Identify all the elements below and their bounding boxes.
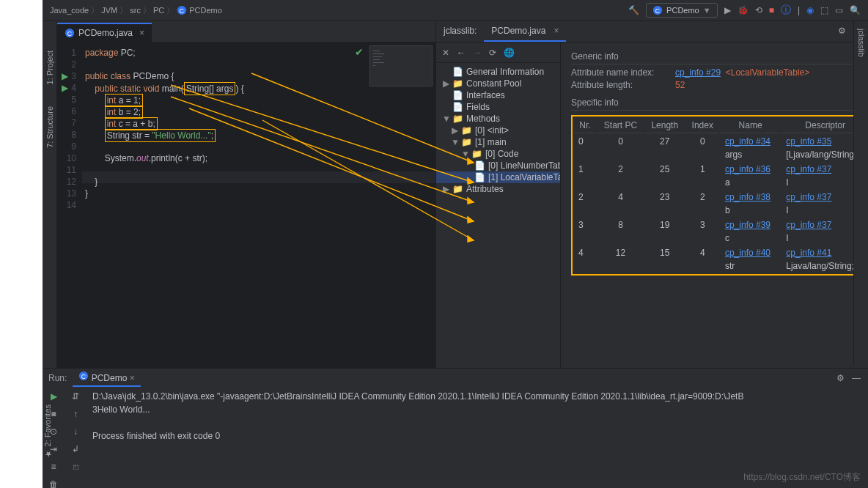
jclass-nav: ✕ ← → ⟳ 🌐 📄General Information ▶📁Constan… (436, 42, 561, 368)
table-row[interactable]: 12251cp_info #36cp_info #37 (574, 163, 868, 176)
close-icon[interactable]: × (553, 26, 559, 36)
table-row[interactable]: 38193cp_info #39cp_info #37 (574, 218, 868, 232)
minimap[interactable]: ▬▬▬▬▬▬▬▬▬▬▬▬▬▬▬▬▬▬▬▬▬ (369, 45, 433, 86)
crumb[interactable]: PC (153, 6, 164, 15)
wrap-icon[interactable]: ↲ (72, 444, 79, 454)
table-row: strLjava/lang/String; (574, 261, 868, 273)
code-area[interactable]: package PC; public class PCDemo { public… (82, 42, 435, 368)
stop-button[interactable]: ■ (769, 5, 774, 15)
layout-icon[interactable]: ▭ (835, 5, 843, 15)
svg-text:C: C (67, 30, 72, 37)
forward-icon[interactable]: → (473, 48, 482, 58)
gear-icon[interactable]: ⚙ (836, 373, 845, 383)
down-icon[interactable]: ↓ (73, 426, 78, 437)
run-label: Run: (48, 373, 67, 383)
minimize-icon[interactable]: — (852, 373, 861, 383)
class-icon: C (177, 5, 187, 15)
favorites-strip: ★ 2: Favorites (43, 404, 57, 459)
trash-icon[interactable]: 🗑 (49, 479, 58, 488)
table-row[interactable]: 00270cp_info #34cp_info #35 (574, 135, 868, 148)
cp-link[interactable]: cp_info #29 (675, 67, 721, 78)
crumb[interactable]: PCDemo (189, 6, 222, 15)
run-button[interactable]: ▶ (724, 5, 731, 15)
crumb[interactable]: src (130, 6, 141, 15)
right-tool-strip: jclasslib (853, 21, 868, 366)
crumb[interactable]: Java_code (50, 6, 89, 15)
jclasslib-pane: jclasslib: PCDemo.java× ⚙ — ✕ ← → ⟳ 🌐 (435, 21, 868, 368)
back-icon[interactable]: ← (457, 48, 466, 58)
jclass-detail: Generic info Attribute name index:cp_inf… (561, 42, 868, 368)
favorites-tool-tab[interactable]: ★ 2: Favorites (43, 404, 52, 459)
tree-node-lvt[interactable]: 📄[1] LocalVariableTable (436, 171, 560, 183)
generic-info-header: Generic info (571, 51, 868, 64)
jclass-tab-lib[interactable]: jclasslib: (436, 21, 484, 42)
run-tab[interactable]: C PCDemo × (73, 369, 140, 387)
coverage-button[interactable]: ⟲ (755, 5, 762, 15)
class-icon: C (652, 5, 663, 15)
table-header: Nr.Start PCLengthIndexNameDescriptor (574, 118, 868, 133)
crumb[interactable]: JVM (101, 6, 117, 15)
run-config-name: PCDemo (666, 6, 699, 15)
ide-window: Java_code〉 JVM〉 src〉 PC〉 C PCDemo 🔨 C PC… (43, 0, 868, 488)
close-icon[interactable]: × (139, 28, 144, 38)
jclasslib-tool-tab[interactable]: jclasslib (857, 29, 866, 57)
scroll-icon[interactable]: ⏍ (73, 462, 78, 472)
table-row: cI (574, 233, 868, 245)
class-icon: C (65, 28, 75, 38)
search-icon[interactable]: 🔍 (850, 5, 861, 15)
highlight-str: String str = "Hello World..."; (105, 129, 216, 142)
table-row: bI (574, 205, 868, 217)
specific-info-header: Specific info (571, 97, 868, 111)
run-tool-window: Run: C PCDemo × ⚙— ▶ ■ ⊙ ⇥ ≡ 🗑 ⇵ ↑ ↓ ↲ ⏍… (43, 368, 868, 488)
jclass-nav-toolbar: ✕ ← → ⟳ 🌐 (436, 42, 560, 63)
jclass-tabs: jclasslib: PCDemo.java× ⚙ — (436, 21, 868, 42)
table-row: args[Ljava/lang/String; (574, 149, 868, 161)
run-config-select[interactable]: C PCDemo ▼ (646, 3, 718, 18)
up-icon[interactable]: ↑ (73, 409, 78, 419)
info-icon[interactable]: ⓘ (781, 4, 791, 17)
local-variable-table: Nr.Start PCLengthIndexNameDescriptor 002… (571, 115, 868, 276)
jclass-tab-file[interactable]: PCDemo.java× (484, 21, 566, 42)
run-side-toolbar2: ⇵ ↑ ↓ ↲ ⏍ (65, 387, 87, 488)
top-bar: Java_code〉 JVM〉 src〉 PC〉 C PCDemo 🔨 C PC… (43, 0, 868, 21)
gutter: 1234 5678 9101112 1314 (57, 42, 82, 368)
sep: | (798, 5, 800, 15)
more-icon[interactable]: ≡ (51, 462, 56, 472)
table-row[interactable]: 412154cp_info #40cp_info #41 (574, 246, 868, 259)
debug-button[interactable]: 🐞 (738, 5, 749, 15)
up-down-icon[interactable]: ⇵ (72, 391, 79, 402)
svg-text:C: C (655, 7, 660, 15)
left-tool-strip: 1: Project 7: Structure (43, 21, 57, 368)
refresh-icon[interactable]: ⟳ (489, 48, 496, 58)
globe-icon[interactable]: 🌐 (504, 48, 515, 58)
table-row: aI (574, 177, 868, 189)
watermark: https://blog.csdn.net/CTO博客 (743, 471, 861, 484)
structure-tool-tab[interactable]: 7: Structure (45, 106, 54, 148)
editor-tabs: C PCDemo.java × (57, 21, 435, 42)
editor-tab[interactable]: C PCDemo.java × (57, 23, 152, 42)
tab-label: PCDemo.java (78, 28, 133, 38)
gear-icon[interactable]: ⚙ (838, 26, 846, 36)
editor-body[interactable]: 1234 5678 9101112 1314 package PC; publi… (57, 42, 435, 368)
editor-pane: C PCDemo.java × 1234 5678 9101112 1314 p… (57, 21, 435, 368)
svg-text:C: C (180, 7, 184, 15)
breadcrumb[interactable]: Java_code〉 JVM〉 src〉 PC〉 C PCDemo (50, 5, 222, 16)
inspection-ok-icon[interactable]: ✔ (355, 46, 364, 58)
rerun-icon[interactable]: ▶ (51, 391, 57, 402)
table-row[interactable]: 24232cp_info #38cp_info #37 (574, 191, 868, 204)
project-tool-tab[interactable]: 1: Project (45, 51, 54, 84)
update-icon[interactable]: ◉ (806, 5, 814, 15)
svg-text:C: C (81, 373, 86, 380)
jclass-tree[interactable]: 📄General Information ▶📁Constant Pool 📄In… (436, 63, 560, 368)
close-icon[interactable]: ✕ (442, 48, 449, 58)
find-icon[interactable]: ⬚ (820, 5, 828, 15)
highlight-args: String[] args (184, 82, 236, 95)
build-icon[interactable]: 🔨 (628, 5, 639, 15)
main-area: 1: Project 7: Structure C PCDemo.java × … (43, 21, 868, 368)
